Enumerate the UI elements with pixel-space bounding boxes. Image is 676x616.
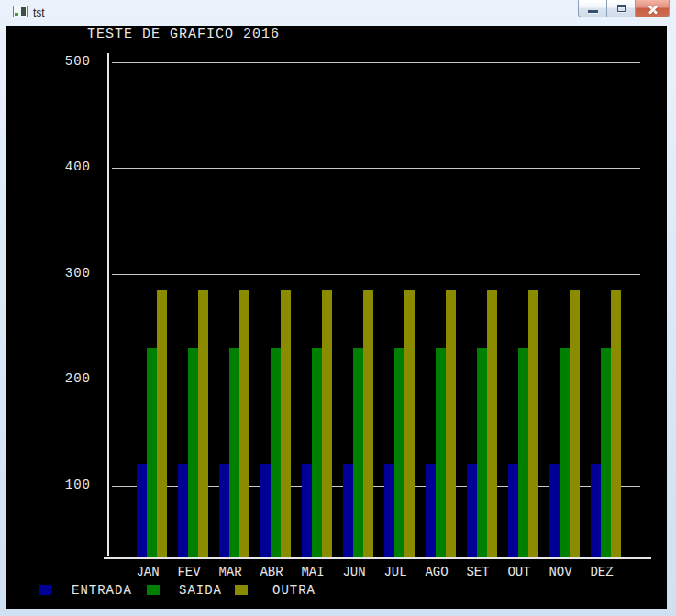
x-tick-label: OUT xyxy=(501,565,537,579)
bar-entrada-mar xyxy=(219,464,229,557)
chart-title: TESTE DE GRAFICO 2016 xyxy=(87,27,280,42)
bar-saida-jul xyxy=(394,348,404,557)
bar-entrada-dez xyxy=(591,464,601,557)
bar-saida-fev xyxy=(188,348,198,557)
bar-outra-jun xyxy=(363,290,373,557)
bar-entrada-jun xyxy=(343,464,353,557)
bar-saida-mai xyxy=(312,348,322,557)
bar-outra-dez xyxy=(611,290,621,557)
bar-saida-jan xyxy=(147,348,157,557)
legend-label-entrada: ENTRADA xyxy=(72,583,132,598)
bar-outra-set xyxy=(487,290,497,557)
bar-saida-jun xyxy=(353,348,363,557)
restore-button[interactable] xyxy=(606,0,636,17)
x-tick-label: JUL xyxy=(377,565,414,579)
x-tick-label: MAI xyxy=(294,565,331,579)
bar-saida-dez xyxy=(601,348,611,557)
y-tick-label: 200 xyxy=(32,371,91,386)
bar-saida-ago xyxy=(436,348,446,557)
bar-entrada-mai xyxy=(302,464,312,557)
restore-icon xyxy=(617,5,626,12)
x-axis-line xyxy=(104,557,651,559)
gridline-400 xyxy=(112,168,640,169)
minimize-icon xyxy=(588,10,598,13)
x-tick-label: SET xyxy=(460,565,496,579)
gridline-500 xyxy=(112,62,640,63)
x-tick-label: FEV xyxy=(171,565,207,579)
bar-outra-abr xyxy=(281,290,291,557)
y-tick-label: 500 xyxy=(32,54,91,69)
bar-outra-nov xyxy=(570,290,580,557)
bar-entrada-out xyxy=(508,464,518,557)
title-bar[interactable]: tst xyxy=(0,0,676,26)
bar-entrada-set xyxy=(467,464,477,557)
bar-saida-mar xyxy=(229,348,239,557)
bar-entrada-ago xyxy=(426,464,436,557)
bar-entrada-fev xyxy=(178,464,188,557)
bar-outra-jan xyxy=(157,290,167,557)
bar-saida-abr xyxy=(271,348,281,557)
bar-saida-set xyxy=(477,348,487,557)
bar-saida-nov xyxy=(560,348,570,557)
bar-saida-out xyxy=(518,348,528,557)
bar-entrada-jan xyxy=(137,464,147,557)
window-controls xyxy=(579,0,670,17)
bar-outra-mar xyxy=(239,290,249,557)
legend-label-saida: SAIDA xyxy=(179,583,222,598)
chart-client-area: TESTE DE GRAFICO 2016 100200300400500 JA… xyxy=(6,26,667,609)
app-window: tst TESTE DE GRAFICO 2016 10020030040050… xyxy=(0,0,676,616)
y-tick-label: 100 xyxy=(32,478,91,492)
x-tick-label: NOV xyxy=(542,565,579,579)
x-tick-label: DEZ xyxy=(583,565,620,579)
legend-swatch-saida xyxy=(147,585,160,595)
close-button[interactable] xyxy=(635,0,670,17)
bar-outra-mai xyxy=(322,290,332,557)
close-icon xyxy=(648,4,658,14)
legend-label-outra: OUTRA xyxy=(272,583,316,598)
y-tick-label: 400 xyxy=(32,160,91,174)
bar-outra-jul xyxy=(404,290,415,557)
minimize-button[interactable] xyxy=(578,0,607,17)
x-tick-label: JUN xyxy=(336,565,372,579)
window-title: tst xyxy=(33,6,45,19)
x-tick-label: JAN xyxy=(129,565,166,579)
bar-entrada-abr xyxy=(260,464,271,557)
y-tick-label: 300 xyxy=(32,266,91,280)
x-tick-label: ABR xyxy=(253,565,290,579)
bar-outra-fev xyxy=(198,290,208,557)
legend-swatch-outra xyxy=(235,585,248,595)
x-tick-label: MAR xyxy=(212,565,249,579)
bar-entrada-jul xyxy=(384,464,394,557)
bar-entrada-nov xyxy=(549,464,560,557)
legend-swatch-entrada xyxy=(39,585,51,595)
y-axis-line xyxy=(107,53,109,556)
x-tick-label: AGO xyxy=(418,565,455,579)
gridline-300 xyxy=(112,274,640,275)
bar-outra-ago xyxy=(446,290,456,557)
bar-outra-out xyxy=(528,290,538,557)
window-icon[interactable] xyxy=(13,6,28,17)
